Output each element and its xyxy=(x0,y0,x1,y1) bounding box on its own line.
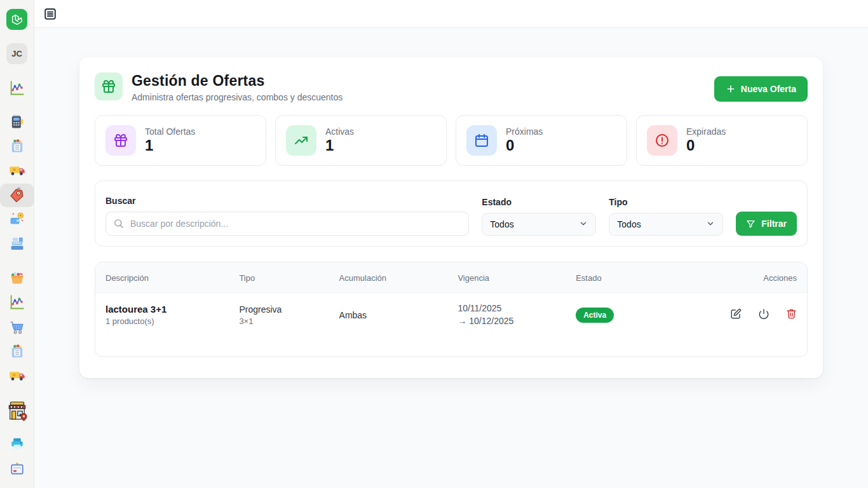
col-descripcion: Descripción xyxy=(95,262,229,293)
offer-description: lactourea 3+1 xyxy=(105,304,219,315)
offers-panel: Gestión de Ofertas Administra ofertas pr… xyxy=(79,57,823,378)
stat-card-total: Total Ofertas 1 xyxy=(95,115,266,166)
user-avatar[interactable]: JC xyxy=(6,43,27,64)
offers-table: Descripción Tipo Acumulación Vigencia Es… xyxy=(95,262,808,357)
gift-icon xyxy=(105,125,136,156)
trash-icon[interactable] xyxy=(786,308,797,319)
page-subtitle: Administra ofertas progresivas, combos y… xyxy=(132,92,342,102)
alert-circle-icon xyxy=(647,125,677,156)
grocery-register-icon[interactable] xyxy=(8,342,26,360)
price-tag-icon[interactable] xyxy=(8,186,26,204)
stat-value: 0 xyxy=(506,137,543,154)
trending-up-icon xyxy=(286,125,316,156)
grocery-register-icon[interactable] xyxy=(8,137,26,154)
app-frame: JC xyxy=(0,0,868,488)
offer-acumulacion: Ambas xyxy=(339,310,367,320)
search-icon xyxy=(113,218,124,231)
col-acciones: Acciones xyxy=(720,262,807,293)
col-vigencia: Vigencia xyxy=(447,262,566,293)
chevron-down-icon xyxy=(706,219,715,230)
search-label: Buscar xyxy=(105,196,469,206)
offer-type-detail: 3×1 xyxy=(239,316,318,326)
sidebar: JC xyxy=(0,0,34,488)
offer-type: Progresiva xyxy=(239,304,318,315)
funnel-icon xyxy=(746,219,756,229)
tipo-label: Tipo xyxy=(609,197,723,207)
wallet-money-icon[interactable] xyxy=(8,210,26,228)
sidebar-toggle-icon[interactable] xyxy=(43,7,57,21)
estado-label: Estado xyxy=(482,197,596,207)
store-icon[interactable] xyxy=(6,400,29,423)
search-input[interactable] xyxy=(105,212,469,236)
gift-icon xyxy=(95,72,123,100)
shopping-cart-icon[interactable] xyxy=(8,318,26,336)
stat-value: 1 xyxy=(325,137,354,154)
new-offer-button[interactable]: Nueva Oferta xyxy=(714,76,808,102)
status-badge: Activa xyxy=(576,308,614,323)
pos-terminal-icon[interactable] xyxy=(8,112,26,130)
stat-card-activas: Activas 1 xyxy=(275,115,447,166)
line-chart-icon[interactable] xyxy=(8,293,26,311)
filter-bar: Buscar Estado Todos Tipo Todos xyxy=(95,180,808,247)
printer-icon[interactable] xyxy=(8,435,26,452)
stats-row: Total Ofertas 1 Activas 1 Próximas xyxy=(95,115,808,166)
laravel-logo-icon[interactable] xyxy=(6,9,27,30)
power-icon[interactable] xyxy=(758,308,770,320)
delivery-truck-icon[interactable] xyxy=(8,161,26,179)
delivery-truck-icon[interactable] xyxy=(8,366,26,384)
estado-select[interactable]: Todos xyxy=(482,213,596,236)
col-tipo: Tipo xyxy=(229,262,329,293)
stat-card-proximas: Próximas 0 xyxy=(456,115,627,166)
grocery-basket-icon[interactable] xyxy=(8,269,26,287)
col-acumulacion: Acumulación xyxy=(329,262,448,293)
stat-value: 1 xyxy=(145,137,195,154)
offer-end-date: → 10/12/2025 xyxy=(458,315,555,328)
table-header-row: Descripción Tipo Acumulación Vigencia Es… xyxy=(95,262,807,293)
table-row: lactourea 3+1 1 producto(s) Progresiva 3… xyxy=(95,293,807,340)
tipo-select[interactable]: Todos xyxy=(609,213,723,236)
topbar xyxy=(34,0,868,28)
page-title: Gestión de Ofertas xyxy=(132,72,342,90)
stat-card-expiradas: Expiradas 0 xyxy=(636,115,808,166)
panel-header: Gestión de Ofertas Administra ofertas pr… xyxy=(95,72,808,102)
col-estado: Estado xyxy=(566,262,720,293)
plus-icon xyxy=(726,84,736,94)
line-chart-icon[interactable] xyxy=(8,79,26,97)
chevron-down-icon xyxy=(579,219,588,230)
stat-value: 0 xyxy=(686,137,726,154)
edit-icon[interactable] xyxy=(730,308,742,320)
cash-register-icon[interactable] xyxy=(8,234,26,252)
calendar-icon xyxy=(466,125,497,156)
offer-start-date: 10/11/2025 xyxy=(458,302,555,315)
clipboard-icon[interactable] xyxy=(8,460,26,478)
offer-product-count: 1 producto(s) xyxy=(105,316,219,326)
filter-button[interactable]: Filtrar xyxy=(736,212,797,236)
